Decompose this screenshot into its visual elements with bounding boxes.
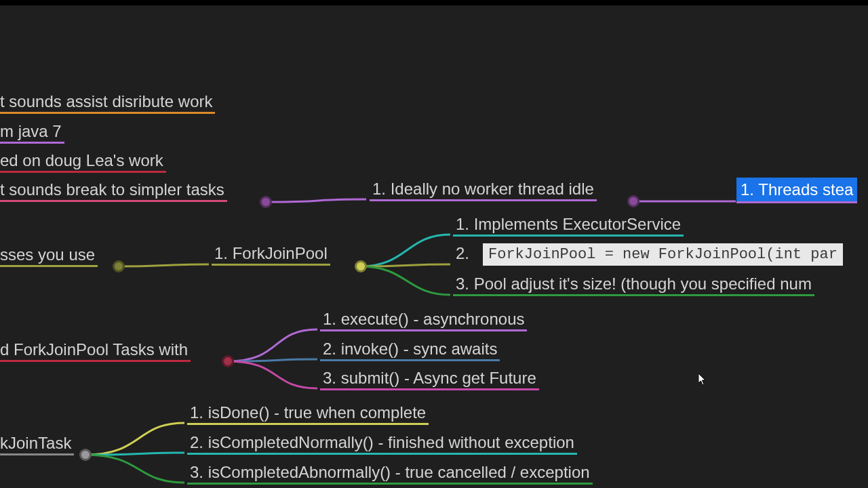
- node-send-tasks[interactable]: d ForkJoinPool Tasks with: [0, 340, 191, 361]
- node-code-num: 2.: [453, 244, 472, 264]
- port-forkjoinpool[interactable]: [355, 260, 367, 272]
- node-break-simpler[interactable]: t sounds break to simpler tasks: [0, 180, 227, 201]
- mindmap-canvas[interactable]: t sounds assist disribute work m java 7 …: [0, 0, 868, 488]
- node-forkjoinpool[interactable]: 1. ForkJoinPool: [212, 244, 330, 264]
- node-code-constructor[interactable]: ForkJoinPool = new ForkJoinPool(int par: [483, 243, 843, 266]
- node-threads-steal[interactable]: 1. Threads stea: [736, 178, 857, 202]
- node-no-idle[interactable]: 1. Ideally no worker thread idle: [370, 180, 597, 200]
- node-isdone[interactable]: 1. isDone() - true when complete: [187, 403, 429, 424]
- node-implements-executor[interactable]: 1. Implements ExecutorService: [453, 215, 684, 235]
- port-forkjointask[interactable]: [79, 449, 92, 461]
- node-execute[interactable]: 1. execute() - asynchronous: [320, 310, 527, 330]
- node-assist-distribute[interactable]: t sounds assist disribute work: [0, 92, 215, 113]
- port-break-simpler[interactable]: [260, 196, 272, 208]
- node-completed-normally[interactable]: 2. isCompletedNormally() - finished with…: [187, 433, 577, 453]
- node-submit[interactable]: 3. submit() - Async get Future: [320, 369, 539, 389]
- port-no-idle[interactable]: [627, 195, 639, 207]
- port-send-tasks[interactable]: [222, 355, 234, 367]
- node-invoke[interactable]: 2. invoke() - sync awaits: [320, 340, 500, 360]
- node-pool-adjust[interactable]: 3. Pool adjust it's size! (though you sp…: [453, 274, 814, 295]
- node-forkjointask[interactable]: kJoinTask: [0, 434, 74, 454]
- node-java7[interactable]: m java 7: [0, 122, 64, 142]
- port-classes[interactable]: [113, 260, 125, 272]
- node-classes-you-use[interactable]: sses you use: [0, 245, 98, 266]
- node-completed-abnormally[interactable]: 3. isCompletedAbnormally() - true cancel…: [187, 463, 593, 483]
- node-doug-lea[interactable]: ed on doug Lea's work: [0, 151, 166, 171]
